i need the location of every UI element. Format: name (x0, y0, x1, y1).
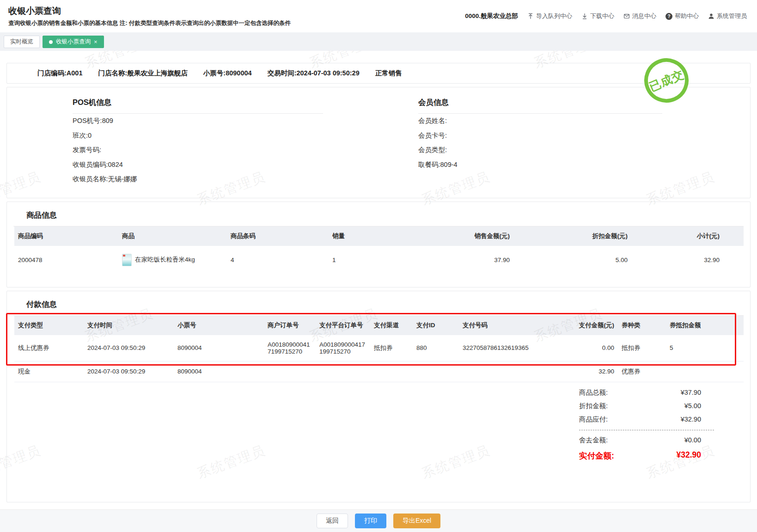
col-merchant-order: 商户订单号 (264, 316, 316, 335)
store-code: 门店编码:A001 (37, 69, 83, 78)
top-nav: 0000.般果农业总部 导入队列中心 下载中心 消息中心 ? 帮助中心 系统管理… (465, 6, 747, 32)
footer-action-bar: 返回 打印 导出Excel (0, 509, 757, 532)
product-image (122, 254, 132, 266)
cashier-code: 收银员编码:0824 (73, 158, 323, 172)
coupon-deduction (660, 361, 744, 382)
col-coupon-kind: 券种类 (618, 316, 660, 335)
payment-table-row: 现金 2024-07-03 09:50:29 8090004 32.90 优惠券 (14, 361, 744, 382)
col-pay-type: 支付类型 (14, 316, 84, 335)
nav-download-center[interactable]: 下载中心 (581, 12, 614, 20)
col-sale-amount: 销售金额(元) (426, 226, 513, 246)
dashed-divider (579, 430, 714, 430)
top-header: 收银小票查询 查询收银小票的销售金额和小票的基本信息 注: 付款类型查询条件表示… (0, 0, 757, 32)
product-code: 2000478 (14, 246, 118, 274)
payment-info-section: 付款信息 支付类型 支付时间 小票号 商户订单号 支付平台订单号 支付渠道 支付… (6, 291, 751, 502)
summary-total-label: 实付金额: (579, 450, 614, 461)
col-platform-order: 支付平台订单号 (316, 316, 370, 335)
col-pay-time: 支付时间 (84, 316, 174, 335)
pay-amount: 0.00 (566, 335, 618, 361)
help-icon: ? (665, 13, 672, 20)
coupon-kind: 抵扣券 (618, 335, 660, 361)
summary-value: ¥32.90 (681, 413, 701, 426)
product-qty: 1 (329, 246, 426, 274)
tab-close-icon[interactable]: × (94, 39, 98, 45)
product-info-section: 商品信息 商品编码 商品 商品条码 销量 销售金额(元) 折扣金额(元) 小计(… (6, 202, 751, 287)
nav-label: 消息中心 (632, 12, 656, 20)
merchant-order-no (264, 361, 316, 382)
tab-bar: 实时概览 收银小票查询 × (0, 32, 757, 51)
pos-member-info-section: POS机信息 POS机号:809 班次:0 发票号码: 收银员编码:0824 收… (6, 87, 751, 198)
pay-no: 3227058786132619365 (459, 335, 566, 361)
summary-value: ¥37.90 (681, 386, 701, 399)
message-icon (623, 13, 630, 19)
user-icon (708, 13, 714, 19)
tab-realtime-overview[interactable]: 实时概览 (4, 36, 40, 48)
summary-label: 商品总额: (579, 386, 608, 399)
product-table-row: 2000478 在家吃饭长粒香米4kg 4 1 37.90 5.00 32.90 (14, 246, 744, 274)
pos-info-column: POS机信息 POS机号:809 班次:0 发票号码: 收银员编码:0824 收… (7, 97, 378, 187)
download-icon (581, 13, 588, 19)
member-info-column: 会员信息 会员姓名: 会员卡号: 会员类型: 取餐码:809-4 (378, 97, 750, 187)
nav-current-user[interactable]: 系统管理员 (708, 12, 747, 20)
main-content: 已成交 门店编码:A001 门店名称:般果农业上海旗舰店 小票号:8090004… (0, 51, 757, 509)
payment-info-title: 付款信息 (7, 299, 750, 310)
platform-order-no: A001809000417199715270 (316, 335, 370, 361)
amount-summary: 商品总额: ¥37.90 折扣金额: ¥5.00 商品应付: ¥32.90 舍去… (579, 386, 714, 461)
member-name: 会员姓名: (418, 114, 662, 128)
platform-order-no (316, 361, 370, 382)
pos-info-title: POS机信息 (73, 97, 323, 108)
col-pay-amount: 支付金额(元) (566, 316, 618, 335)
print-button[interactable]: 打印 (355, 514, 386, 528)
summary-label: 折扣金额: (579, 399, 608, 413)
product-discount: 5.00 (513, 246, 631, 274)
payment-table-header-row: 支付类型 支付时间 小票号 商户订单号 支付平台订单号 支付渠道 支付ID 支付… (14, 316, 744, 335)
product-subtotal: 32.90 (631, 246, 744, 274)
cashier-name: 收银员名称:无锡-娜娜 (73, 172, 323, 187)
invoice-no: 发票号码: (73, 143, 323, 158)
pay-time: 2024-07-03 09:50:29 (84, 335, 174, 361)
summary-total-value: ¥32.90 (676, 450, 701, 461)
product-table: 商品编码 商品 商品条码 销量 销售金额(元) 折扣金额(元) 小计(元) 20… (14, 226, 744, 274)
pay-id (413, 361, 459, 382)
col-barcode: 商品条码 (227, 226, 329, 246)
summary-value: ¥5.00 (684, 399, 701, 413)
transaction-time: 交易时间:2024-07-03 09:50:29 (268, 69, 360, 78)
pay-no (459, 361, 566, 382)
page-title: 收银小票查询 (8, 6, 291, 17)
merchant-order-no: A001809000417199715270 (264, 335, 316, 361)
col-product-code: 商品编码 (14, 226, 118, 246)
summary-label: 舍去金额: (579, 434, 608, 447)
nav-help-center[interactable]: ? 帮助中心 (665, 12, 699, 20)
col-product: 商品 (118, 226, 227, 246)
tab-label: 实时概览 (10, 38, 33, 46)
pay-type: 线上优惠券 (14, 335, 84, 361)
summary-value: ¥0.00 (684, 434, 701, 447)
col-qty: 销量 (329, 226, 426, 246)
col-pay-channel: 支付渠道 (370, 316, 413, 335)
member-type: 会员类型: (418, 143, 662, 158)
payment-table: 支付类型 支付时间 小票号 商户订单号 支付平台订单号 支付渠道 支付ID 支付… (14, 316, 744, 382)
nav-import-queue-center[interactable]: 导入队列中心 (527, 12, 572, 20)
org-selector[interactable]: 0000.般果农业总部 (465, 12, 518, 20)
summary-row-discount: 折扣金额: ¥5.00 (579, 399, 714, 413)
summary-row-rounded-off: 舍去金额: ¥0.00 (579, 434, 714, 447)
col-subtotal: 小计(元) (631, 226, 744, 246)
nav-label: 系统管理员 (717, 12, 747, 20)
col-pay-no: 支付号码 (459, 316, 566, 335)
coupon-kind: 优惠券 (618, 361, 660, 382)
sale-type: 正常销售 (375, 69, 402, 78)
nav-message-center[interactable]: 消息中心 (623, 12, 656, 20)
back-button[interactable]: 返回 (317, 514, 348, 528)
pickup-code: 取餐码:809-4 (418, 158, 662, 172)
summary-row-payable: 商品应付: ¥32.90 (579, 413, 714, 426)
tab-receipt-query[interactable]: 收银小票查询 × (43, 36, 104, 48)
pay-id: 880 (413, 335, 459, 361)
export-excel-button[interactable]: 导出Excel (393, 514, 440, 528)
col-discount-amount: 折扣金额(元) (513, 226, 631, 246)
product-info-title: 商品信息 (7, 209, 750, 220)
payment-table-row: 线上优惠券 2024-07-03 09:50:29 8090004 A00180… (14, 335, 744, 361)
nav-label: 导入队列中心 (536, 12, 572, 20)
page-subtitle: 查询收银小票的销售金额和小票的基本信息 注: 付款类型查询条件表示查询出的小票数… (8, 19, 291, 27)
product-sale-amount: 37.90 (426, 246, 513, 274)
member-info-title: 会员信息 (418, 97, 662, 108)
